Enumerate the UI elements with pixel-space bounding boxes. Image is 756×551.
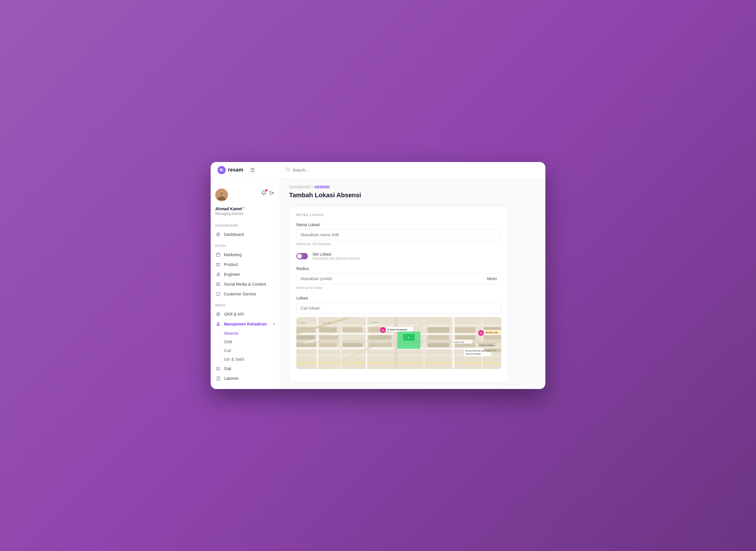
set-lokasi-label: Set Lokasi: [312, 252, 360, 256]
sidebar-item-manajemen-kehadiran[interactable]: Manajemen Kehadiran ▾: [211, 319, 280, 329]
dashboard-icon: [215, 232, 221, 237]
svg-text:Jl. Jend...: Jl. Jend...: [371, 322, 380, 324]
svg-point-26: [218, 323, 219, 324]
manajemen-icon: [215, 322, 221, 326]
svg-text:Otopia Pont...: Otopia Pont...: [485, 350, 498, 352]
svg-rect-43: [423, 317, 425, 369]
svg-point-17: [219, 273, 220, 274]
svg-point-9: [218, 234, 219, 235]
sidebar: Ahmad Kamel ▾ Managing Director DASHBOAR…: [211, 178, 280, 389]
breadcrumb: DASHBOARD / ABSENSI: [289, 185, 536, 189]
okr-icon: [215, 312, 221, 317]
svg-point-5: [220, 193, 221, 194]
dashboard-label: Dashboard: [224, 232, 244, 237]
svg-rect-56: [368, 343, 392, 347]
sidebar-item-social-media[interactable]: Social Media & Content: [211, 279, 280, 289]
engineer-icon: [215, 272, 221, 277]
radius-field: Radius Meter Minimal 50 meter: [296, 266, 501, 290]
sidebar-item-gaji[interactable]: Gaji: [211, 364, 280, 374]
svg-rect-42: [394, 317, 397, 369]
svg-rect-11: [216, 253, 220, 256]
map-container[interactable]: H G Hotel Pontianak P H: [296, 317, 501, 369]
svg-rect-58: [428, 327, 449, 333]
logo-icon: [218, 166, 226, 174]
product-icon: [215, 262, 221, 267]
svg-point-16: [218, 273, 219, 274]
sidebar-item-product[interactable]: Product: [211, 259, 280, 269]
chevron-down-icon: ▾: [273, 322, 275, 326]
sidebar-item-engineer[interactable]: Engineer: [211, 269, 280, 279]
sidebar-item-customer-service[interactable]: Customer Service: [211, 289, 280, 299]
svg-rect-22: [216, 293, 220, 295]
nama-lokasi-label: Nama Lokasi: [296, 222, 501, 227]
sidebar-item-dashboard[interactable]: Dashboard: [211, 229, 280, 239]
radius-input[interactable]: [296, 273, 501, 284]
svg-rect-62: [455, 335, 475, 340]
submenu-item-izin-sakit[interactable]: Izin & Sakit: [224, 355, 280, 364]
logout-button[interactable]: [269, 190, 275, 197]
svg-rect-49: [296, 335, 315, 340]
hamburger-button[interactable]: ☰: [248, 166, 257, 174]
submenu-item-cuti[interactable]: Cuti: [224, 346, 280, 355]
search-area: [281, 167, 538, 173]
svg-rect-61: [455, 327, 475, 333]
nama-lokasi-input[interactable]: [296, 229, 501, 240]
breadcrumb-current: ABSENSI: [314, 185, 330, 189]
page-title: Tambah Lokasi Absensi: [289, 191, 536, 199]
logo-area: resam ☰: [218, 166, 281, 174]
menu-section-label: MENU: [211, 299, 280, 309]
social-media-icon: [215, 282, 221, 287]
engineer-label: Engineer: [224, 272, 240, 277]
svg-text:Jl. A. Yani: Jl. A. Yani: [322, 322, 331, 324]
breadcrumb-separator: /: [312, 185, 313, 189]
svg-rect-63: [455, 343, 475, 348]
svg-point-25: [218, 314, 218, 315]
submenu-item-absensi[interactable]: Absensi: [224, 329, 280, 338]
lokasi-search-input[interactable]: [296, 303, 501, 314]
search-input[interactable]: [293, 168, 534, 172]
divisi-section-label: DIVISI: [211, 239, 280, 250]
set-lokasi-desc: Masukkan titik absensi tertentu: [312, 256, 360, 260]
main-layout: Ahmad Kamel ▾ Managing Director DASHBOAR…: [211, 178, 545, 389]
user-name: Ahmad Kamel: [215, 206, 242, 211]
svg-rect-59: [428, 335, 449, 340]
svg-text:Jl. Jend...: Jl. Jend...: [298, 322, 306, 324]
marketing-label: Marketing: [224, 252, 242, 257]
set-lokasi-toggle[interactable]: [296, 253, 308, 259]
svg-text:H: H: [480, 332, 482, 335]
lokasi-label: Lokasi: [296, 296, 501, 300]
svg-text:Komp. PSX: Komp. PSX: [454, 341, 464, 343]
submenu-item-shift[interactable]: Shift: [224, 338, 280, 346]
svg-rect-55: [368, 335, 392, 340]
svg-point-0: [221, 169, 222, 171]
sidebar-item-okr-kpi[interactable]: OKR & KPI: [211, 309, 280, 319]
nama-lokasi-hint: Maksimal 160 karakter: [296, 242, 501, 246]
svg-rect-38: [296, 362, 501, 364]
sidebar-item-laporan[interactable]: Laporan: [211, 374, 280, 383]
okr-kpi-label: OKR & KPI: [224, 312, 244, 317]
radius-input-wrap: Meter: [296, 273, 501, 284]
svg-rect-41: [366, 317, 367, 369]
laporan-label: Laporan: [224, 376, 239, 381]
sidebar-item-marketing[interactable]: Marketing: [211, 250, 280, 259]
dashboard-section-label: DASHBOARD: [211, 219, 280, 229]
marketing-icon: [215, 252, 221, 257]
svg-text:G Hotel Pontianak: G Hotel Pontianak: [387, 328, 407, 331]
customer-service-label: Customer Service: [224, 292, 256, 296]
notification-button[interactable]: [261, 190, 267, 197]
submenu-kehadiran: Absensi Shift Cuti Izin & Sakit: [211, 329, 280, 364]
svg-rect-60: [428, 343, 449, 348]
notification-dot: [265, 189, 267, 191]
form-card: DETAIL LOKASI Nama Lokasi Maksimal 160 k…: [289, 206, 508, 382]
svg-rect-48: [343, 327, 363, 333]
radius-hint: Minimal 50 meter: [296, 286, 501, 290]
app-window: resam ☰: [211, 162, 545, 389]
svg-text:Yosef Pontianak: Yosef Pontianak: [465, 353, 481, 355]
radius-unit: Meter: [487, 277, 497, 281]
svg-text:HOTEL KIN: HOTEL KIN: [485, 331, 498, 334]
svg-rect-46: [296, 327, 315, 333]
lokasi-field: Lokasi: [296, 296, 501, 369]
laporan-icon: [215, 376, 221, 381]
nama-lokasi-field: Nama Lokasi Maksimal 160 karakter: [296, 222, 501, 246]
svg-rect-39: [317, 317, 318, 369]
